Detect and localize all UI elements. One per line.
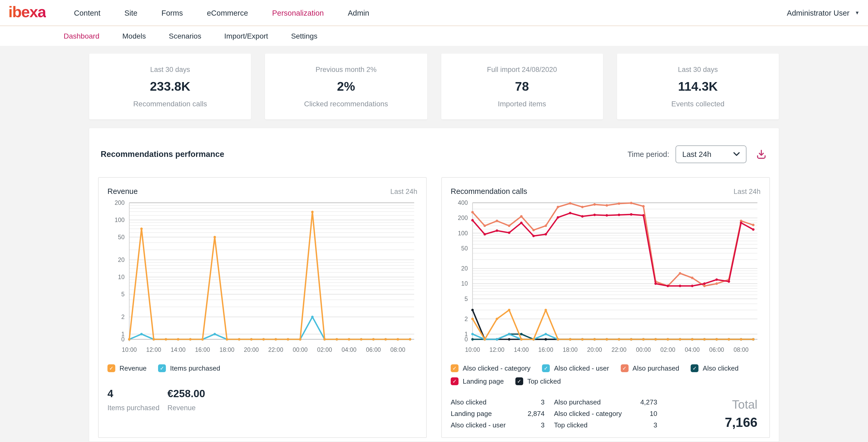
top-nav-item-ecommerce[interactable]: eCommerce [207, 9, 248, 17]
sub-nav-item-models[interactable]: Models [122, 32, 146, 40]
sub-nav-item-settings[interactable]: Settings [291, 32, 317, 40]
checkbox-checked-icon[interactable]: ✓ [542, 364, 550, 372]
dashboard-content: Last 30 days233.8KRecommendation callsPr… [89, 54, 779, 441]
ibexa-logo[interactable]: ibexa [8, 4, 45, 20]
stat-card-period: Previous month 2% [316, 65, 377, 73]
summary-value: 3 [518, 398, 545, 407]
stat-card-recommendation-calls: Last 30 days233.8KRecommendation calls [89, 54, 251, 120]
svg-text:12:00: 12:00 [490, 346, 504, 353]
checkbox-checked-icon[interactable]: ✓ [516, 377, 523, 385]
total-label: Total [725, 398, 757, 412]
summary-value: 3 [633, 421, 657, 430]
legend-item-also-clicked-user[interactable]: ✓Also clicked - user [542, 364, 609, 372]
stat-card-period: Full import 24/08/2020 [487, 65, 557, 73]
summary-row-landing-page: Landing page2,874 [451, 409, 545, 418]
svg-text:10:00: 10:00 [122, 346, 137, 353]
checkbox-checked-icon[interactable]: ✓ [451, 364, 459, 372]
download-button[interactable] [755, 148, 767, 160]
svg-text:06:00: 06:00 [709, 346, 724, 353]
svg-text:2: 2 [465, 316, 468, 322]
top-nav-item-site[interactable]: Site [124, 9, 137, 17]
legend-item-top-clicked[interactable]: ✓Top clicked [516, 377, 561, 385]
svg-text:00:00: 00:00 [292, 346, 308, 353]
total-number: 4 [107, 388, 167, 400]
top-nav-item-admin[interactable]: Admin [348, 9, 369, 17]
stat-card-label: Clicked recommendations [304, 99, 388, 108]
svg-text:00:00: 00:00 [636, 346, 651, 353]
legend-label: Landing page [463, 377, 504, 385]
stat-card-value: 233.8K [150, 79, 190, 94]
summary-row-top-clicked: Top clicked3 [552, 421, 657, 430]
top-navbar: ibexa ContentSiteFormseCommercePersonali… [0, 0, 868, 26]
legend-item-also-clicked[interactable]: ✓Also clicked [691, 364, 738, 372]
total-caption: Revenue [167, 404, 227, 412]
summary-label: Also clicked - category [554, 409, 633, 418]
calls-chart-title: Recommendation calls [451, 187, 527, 196]
summary-row-also-clicked: Also clicked3 [451, 398, 545, 407]
time-period-select[interactable]: Last 24h [676, 145, 746, 163]
calls-chart: 400200100502010521010:0012:0014:0016:001… [450, 198, 762, 359]
stat-card-value: 2% [337, 79, 355, 94]
revenue-total-items-purchased: 4Items purchased [107, 388, 167, 412]
svg-text:50: 50 [118, 234, 124, 241]
stat-card-value: 114.3K [678, 79, 718, 94]
legend-item-landing-page[interactable]: ✓Landing page [451, 377, 504, 385]
svg-text:22:00: 22:00 [612, 346, 626, 353]
svg-text:06:00: 06:00 [366, 346, 381, 353]
revenue-chart-title: Revenue [107, 187, 138, 196]
stat-card-period: Last 30 days [678, 65, 718, 73]
svg-text:200: 200 [115, 199, 125, 206]
svg-text:14:00: 14:00 [170, 346, 185, 353]
user-name: Administrator User [787, 9, 849, 17]
legend-item-also-purchased[interactable]: ✓Also purchased [620, 364, 679, 372]
svg-text:02:00: 02:00 [317, 346, 332, 353]
sub-navbar: DashboardModelsScenariosImport/ExportSet… [0, 26, 868, 46]
stat-card-period: Last 30 days [150, 65, 190, 73]
svg-text:18:00: 18:00 [563, 346, 578, 353]
sub-nav-item-dashboard[interactable]: Dashboard [64, 32, 99, 40]
stat-card-events-collected: Last 30 days114.3KEvents collected [617, 54, 779, 120]
chevron-down-icon [734, 152, 740, 157]
chart-cards-row: Revenue Last 24h 200100502010521010:0012… [98, 177, 770, 438]
svg-text:2: 2 [121, 313, 125, 320]
legend-label: Also clicked [703, 364, 738, 372]
top-nav-item-forms[interactable]: Forms [161, 9, 183, 17]
checkbox-checked-icon[interactable]: ✓ [691, 364, 699, 372]
legend-label: Items purchased [170, 364, 220, 372]
panel-controls: Time period: Last 24h [627, 145, 767, 163]
user-menu[interactable]: Administrator User ▾ [787, 9, 859, 17]
legend-item-items-purchased[interactable]: ✓Items purchased [158, 364, 220, 372]
chevron-down-icon: ▾ [856, 9, 859, 16]
legend-label: Also clicked - category [463, 364, 530, 372]
svg-text:04:00: 04:00 [341, 346, 356, 353]
svg-text:22:00: 22:00 [268, 346, 283, 353]
legend-item-also-clicked-category[interactable]: ✓Also clicked - category [451, 364, 530, 372]
svg-text:16:00: 16:00 [538, 346, 553, 353]
svg-text:02:00: 02:00 [660, 346, 675, 353]
checkbox-checked-icon[interactable]: ✓ [158, 364, 166, 372]
legend-item-revenue[interactable]: ✓Revenue [107, 364, 147, 372]
revenue-total-revenue: €258.00Revenue [167, 388, 227, 412]
stat-card-label: Imported items [498, 99, 546, 108]
sub-nav-item-import-export[interactable]: Import/Export [224, 32, 268, 40]
top-nav-item-content[interactable]: Content [74, 9, 100, 17]
checkbox-checked-icon[interactable]: ✓ [620, 364, 628, 372]
checkbox-checked-icon[interactable]: ✓ [107, 364, 115, 372]
summary-label: Landing page [451, 409, 518, 418]
checkbox-checked-icon[interactable]: ✓ [451, 377, 459, 385]
svg-text:20:00: 20:00 [244, 346, 259, 353]
app-root: ibexa ContentSiteFormseCommercePersonali… [0, 0, 868, 442]
revenue-totals: 4Items purchased€258.00Revenue [107, 388, 417, 412]
revenue-legend: ✓Revenue✓Items purchased [107, 364, 417, 372]
svg-text:14:00: 14:00 [514, 346, 529, 353]
legend-label: Also purchased [632, 364, 679, 372]
top-nav-item-personalization[interactable]: Personalization [272, 9, 324, 17]
legend-label: Top clicked [527, 377, 561, 385]
summary-row-also-clicked-user: Also clicked - user3 [451, 421, 545, 430]
calls-chart-card: Recommendation calls Last 24h 4002001005… [441, 177, 770, 438]
sub-nav-item-scenarios[interactable]: Scenarios [169, 32, 202, 40]
svg-text:20: 20 [118, 257, 124, 263]
summary-label: Also clicked - user [451, 421, 518, 430]
svg-text:08:00: 08:00 [391, 346, 405, 353]
stat-card-label: Events collected [671, 99, 724, 108]
